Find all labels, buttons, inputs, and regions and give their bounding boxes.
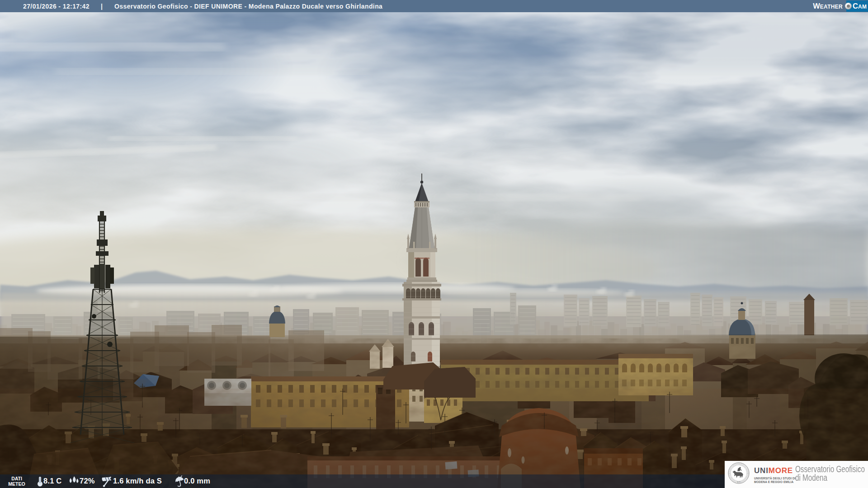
svg-text:1175: 1175 [737,481,741,483]
